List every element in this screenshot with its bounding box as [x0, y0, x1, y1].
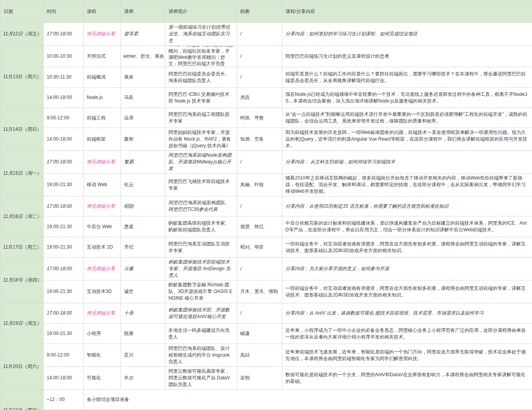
cell-course[interactable]: 移动 Web — [84, 174, 121, 196]
cell-time[interactable]: 17:00-18:00 — [44, 258, 84, 280]
cell-ta[interactable]: 时路、寻壑 — [237, 108, 282, 128]
cell-time[interactable]: 17:00-18:00 — [44, 151, 84, 174]
cell-intro[interactable]: 第一期前端练习生计划优秀结业生、淘系前端互动团队实习生 — [165, 23, 237, 46]
cell-content[interactable]: 分享内容：从使用JS到制定JS 语言标准，你需要了解的语言规范和标准化知识 — [282, 196, 532, 216]
cell-content[interactable]: 因为前端技术发展的历史原因，一些Web标准固有的问题，前端技术一直在使用框架来解… — [282, 128, 532, 151]
cell-intro[interactable]: 阿里巴巴淘系前端工程团队技术专家 — [165, 108, 237, 128]
cell-course[interactable]: 中后台 Web — [84, 216, 121, 237]
cell-intro[interactable]: 阿里云数据可视化高级专家，阿里云数据可视化产品 DataV 团队负责人 — [165, 367, 237, 390]
cell-course[interactable]: Node.js — [84, 88, 121, 108]
cell-course[interactable]: 各小组结业项目准备 — [84, 390, 532, 410]
cell-lecturer[interactable]: 化云 — [121, 174, 165, 196]
cell-time[interactable]: 14:00-18:00 — [44, 367, 84, 390]
cell-date[interactable]: 11月13日（周六） — [0, 46, 44, 108]
cell-ta[interactable]: 凤楠、叶桉 — [237, 174, 282, 196]
cell-lecturer[interactable]: 墨智 — [121, 128, 165, 151]
cell-content[interactable]: 从“会一点前端技术”到能够运用前端技术进行开发中最重要的一个区别就是必须要理解“… — [282, 108, 532, 128]
cell-content[interactable]: 阿里巴巴前端练习生计划的意义及课程设计的思考 — [282, 46, 532, 67]
cell-time[interactable]: 19:00-21:30 — [44, 216, 84, 237]
cell-content[interactable]: 分享内容：为大家分享开源的意义，如何参与开源 — [282, 258, 532, 280]
cell-lecturer[interactable]: 豆酱 — [121, 258, 165, 280]
cell-lecturer[interactable]: 诚空 — [121, 280, 165, 303]
cell-time[interactable]: 17:00-18:00 — [44, 196, 84, 216]
cell-time[interactable]: ~12：00 — [44, 390, 84, 410]
cell-time[interactable]: 17:00-18:00 — [44, 23, 84, 46]
cell-lecturer[interactable]: 远浪 — [121, 108, 165, 128]
cell-content[interactable]: 分享内容：如何更好的学习练习生计划课程、如何完成结业项目 — [282, 23, 532, 46]
cell-content[interactable]: 近年来前端技术飞速发展，近年来，智能化是前端的一个热门方向，阿里在这方面率先取得… — [282, 344, 532, 367]
cell-intro[interactable]: 阿里巴巴前端委员会委员长、淘系前端团队负责人 — [165, 67, 237, 88]
cell-time[interactable]: 9:00-12:00 — [44, 344, 84, 367]
cell-course[interactable]: 师兄师姐分享 — [84, 196, 121, 216]
cell-course[interactable]: 师兄师姐分享 — [84, 151, 121, 174]
cell-content[interactable]: 分享内容： 从文科生到前端，如何持续学习前端技术 — [282, 151, 532, 174]
cell-time[interactable]: 10:30-11:30 — [44, 67, 84, 88]
cell-course[interactable]: 互动技术 2D — [84, 237, 121, 258]
cell-content[interactable]: 前端究竟是什么？前端的工作内容是什么？要胜任前端岗位，需要学习哪些技术？在本课程… — [282, 67, 532, 88]
cell-time[interactable]: 19:00-21:30 — [44, 324, 84, 344]
cell-course[interactable]: 师兄师姐分享 — [84, 258, 121, 280]
cell-intro[interactable]: 阿里巴巴淘系前端团队、设计稿智能生成代码平台 imgcook 负责人 — [165, 344, 237, 367]
cell-ta[interactable]: / — [237, 151, 282, 174]
cell-ta[interactable]: 杰昌 — [237, 88, 282, 108]
cell-intro[interactable]: 阿里巴巴 ICBU 交易履约技术部 Node.js 技术专家 — [165, 88, 237, 108]
cell-course[interactable]: 开班仪式 — [84, 46, 121, 67]
cell-time[interactable]: 10:00-10:30 — [44, 46, 84, 67]
cell-time[interactable]: 14:00-18:00 — [44, 128, 84, 151]
cell-intro[interactable]: 蚂蚁集团高级前端技术专家、蚂蚁链前端团队负责人 — [165, 216, 237, 237]
cell-content[interactable]: 分享内容：从 AntV 出发，谈谈数据可视化·图技术目前现状、技术背景、市场需求… — [282, 303, 532, 324]
cell-lecturer[interactable]: 昭朗 — [121, 196, 165, 216]
cell-content[interactable]: 中后台依赖完善的设计标准和前端组建体系，是以快速构建复杂产品为目标建立的前端技术… — [282, 216, 532, 237]
cell-ta[interactable]: 染熙 — [237, 367, 282, 390]
cell-time[interactable]: 17:00-18:00 — [44, 303, 84, 324]
cell-ta[interactable]: 禹喆 — [237, 344, 282, 367]
cell-ta[interactable]: / — [237, 46, 282, 67]
cell-ta[interactable]: 知酒、空鱼 — [237, 128, 282, 151]
cell-date[interactable]: 11月20日（周六） — [0, 344, 44, 390]
cell-lecturer[interactable]: 廖苓君 — [121, 23, 165, 46]
cell-ta[interactable]: / — [237, 303, 282, 324]
header-ta[interactable]: 助教 — [237, 0, 282, 23]
cell-course[interactable]: 可视化 — [84, 367, 121, 390]
cell-content[interactable]: 随着2010年之后移动互联网的崛起，很多前端岗位开始包含了移动开发相关的内容，移… — [282, 174, 532, 196]
cell-time[interactable]: 19:00-21:30 — [44, 237, 84, 258]
cell-date[interactable]: 11月17日（周三） — [0, 237, 44, 258]
cell-ta[interactable]: 月木、景夫、维勒 — [237, 280, 282, 303]
cell-course[interactable]: 互动技术3D — [84, 280, 121, 303]
cell-ta[interactable]: / — [237, 67, 282, 88]
cell-date[interactable]: 11月15日（周一） — [0, 151, 44, 196]
cell-time[interactable]: 14:00-18:00 — [44, 88, 84, 108]
cell-ta[interactable]: / — [237, 258, 282, 280]
cell-course[interactable]: 前端概况 — [84, 67, 121, 88]
cell-course[interactable]: 师兄师姐分享 — [84, 23, 121, 46]
cell-date[interactable]: 11月14日（周日） — [0, 108, 44, 151]
header-course[interactable]: 课程 — [84, 0, 121, 23]
cell-time[interactable]: 19:00-21:30 — [44, 174, 84, 196]
header-content[interactable]: 课程/分享内容 — [282, 0, 532, 23]
header-intro[interactable]: 讲师简介 — [165, 0, 237, 23]
cell-date[interactable]: 11月18号（周四） — [0, 258, 44, 303]
cell-lecturer[interactable]: 愚道 — [121, 216, 165, 237]
cell-intro[interactable]: 蚂蚁集团数字金融 Richlab 团队、3D开源游戏引擎 OASIS ENGIN… — [165, 280, 237, 303]
cell-course[interactable]: 前端框架 — [84, 128, 121, 151]
cell-time[interactable]: 9:00-12:00 — [44, 108, 84, 128]
cell-intro[interactable]: 阿里妈妈前端技术专家，开源作品有 Mock.js、RAP2，著有原创书籍《jQu… — [165, 128, 237, 151]
cell-lecturer[interactable]: 繁易 — [121, 151, 165, 174]
cell-intro[interactable]: 阿里巴巴淘系前端架构团队、阿里巴巴TC39参会代表 — [165, 196, 237, 216]
cell-lecturer[interactable]: 马跃 — [121, 88, 165, 108]
cell-date[interactable]: 11月12日（周五） — [0, 23, 44, 46]
header-date[interactable]: 日期 — [0, 0, 44, 23]
cell-lecturer[interactable]: 齐纪 — [121, 237, 165, 258]
cell-content[interactable]: 一些前端业务中，对互动或者游戏有强需求，阿里在这方面也有较多积累，课程将会由阿里… — [282, 280, 532, 303]
cell-ta[interactable]: / — [237, 23, 282, 46]
cell-ta[interactable]: 期贤、牧亿 — [237, 216, 282, 237]
cell-lecturer[interactable]: 米尔 — [121, 367, 165, 390]
cell-lecturer[interactable]: 展炎 — [121, 67, 165, 88]
cell-course[interactable]: 智能化 — [84, 344, 121, 367]
cell-time[interactable]: 19:00-21:30 — [44, 280, 84, 303]
cell-date[interactable]: 11月21日（周日） — [0, 390, 44, 410]
header-lecturer[interactable]: 讲师 — [121, 0, 165, 23]
cell-lecturer[interactable]: 苏川 — [121, 344, 165, 367]
cell-intro[interactable]: winter：前端练习生计划课程总顾问，前端社区知名专家，开课吧Web教学首席顾… — [165, 46, 237, 67]
cell-course[interactable]: 前端工程 — [84, 108, 121, 128]
